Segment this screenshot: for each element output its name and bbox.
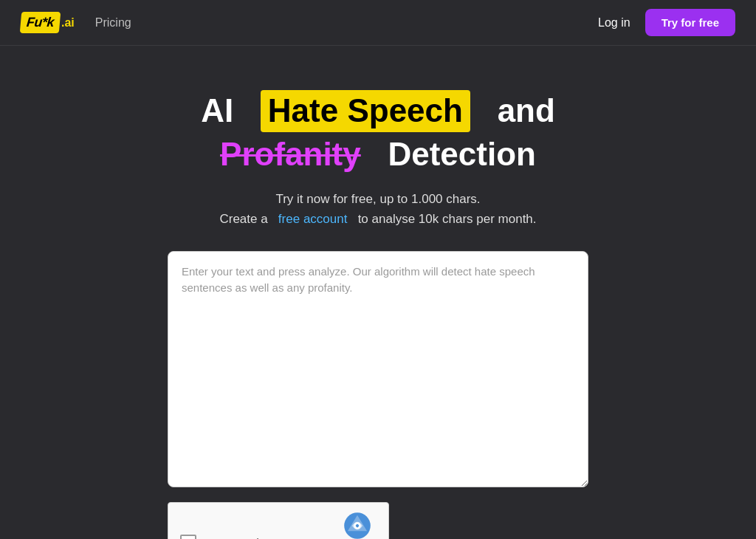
hero-title: AI Hate Speech and Profanity Detection [201, 90, 555, 174]
title-line-1: AI Hate Speech and [201, 90, 555, 132]
header-right: Log in Try for free [598, 9, 735, 36]
logo-suffix: .ai [61, 16, 75, 30]
detection-text: Detection [388, 136, 535, 172]
header: Fu*k .ai Pricing Log in Try for free [0, 0, 756, 46]
subtitle-prefix: Create a [219, 212, 267, 226]
recaptcha-box: I'm not a robot reCAPTCHA Privacy · Te [168, 502, 389, 539]
title-line-2: Profanity Detection [201, 135, 555, 174]
nav-pricing-link[interactable]: Pricing [95, 16, 131, 30]
subtitle-suffix: to analyse 10k chars per month. [358, 212, 537, 226]
recaptcha-logo-icon [343, 512, 371, 539]
title-mid: and [498, 92, 555, 128]
hate-speech-highlight: Hate Speech [261, 90, 470, 132]
free-account-link[interactable]: free account [278, 212, 348, 226]
header-left: Fu*k .ai Pricing [21, 12, 131, 33]
subtitle: Try it now for free, up to 1.000 chars. … [219, 189, 536, 229]
title-prefix: AI [201, 92, 233, 128]
text-input[interactable] [168, 251, 588, 487]
recaptcha-checkbox[interactable] [180, 535, 196, 539]
subtitle-line2: Create a free account to analyse 10k cha… [219, 209, 536, 229]
recaptcha-right: reCAPTCHA Privacy · Terms [339, 512, 377, 539]
recaptcha-left: I'm not a robot [180, 535, 271, 539]
subtitle-line1: Try it now for free, up to 1.000 chars. [219, 189, 536, 209]
profanity-text: Profanity [220, 136, 361, 172]
logo[interactable]: Fu*k .ai [21, 12, 75, 33]
textarea-container [168, 251, 588, 490]
login-button[interactable]: Log in [598, 16, 630, 30]
main-content: AI Hate Speech and Profanity Detection T… [0, 46, 756, 539]
try-free-button[interactable]: Try for free [645, 9, 735, 36]
logo-badge: Fu*k [20, 12, 61, 33]
recaptcha-container: I'm not a robot reCAPTCHA Privacy · Te [168, 502, 588, 539]
